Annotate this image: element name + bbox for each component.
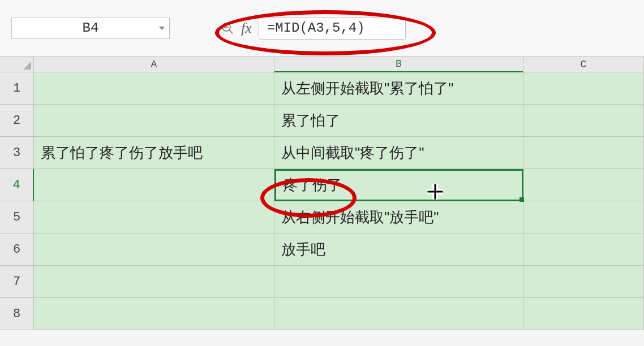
zoom-out-icon[interactable] xyxy=(221,21,234,35)
cell-a7[interactable] xyxy=(34,266,274,298)
cell-b6[interactable]: 放手吧 xyxy=(274,233,523,266)
row-header-7[interactable]: 7 xyxy=(0,266,34,298)
row-2: 2 累了怕了 xyxy=(0,105,644,137)
name-box-value: B4 xyxy=(83,20,99,36)
cell-a3[interactable]: 累了怕了疼了伤了放手吧 xyxy=(34,137,274,169)
select-all-corner[interactable] xyxy=(0,57,34,72)
cell-c4[interactable] xyxy=(523,169,644,201)
formula-bar-area: B4 fx =MID(A3,5,4) xyxy=(0,0,644,57)
row-header-6[interactable]: 6 xyxy=(0,233,34,266)
cell-b1[interactable]: 从左侧开始截取"累了怕了" xyxy=(274,72,523,105)
row-header-8[interactable]: 8 xyxy=(0,298,34,330)
cell-a1[interactable] xyxy=(34,72,274,105)
svg-line-1 xyxy=(229,30,233,33)
formula-value: =MID(A3,5,4) xyxy=(267,20,365,36)
cell-b8[interactable] xyxy=(274,298,523,330)
row-3: 3 累了怕了疼了伤了放手吧 从中间截取"疼了伤了" xyxy=(0,137,644,169)
row-header-1[interactable]: 1 xyxy=(0,72,34,105)
column-header-a[interactable]: A xyxy=(34,57,274,72)
cell-b2[interactable]: 累了怕了 xyxy=(274,105,523,137)
cell-a4[interactable] xyxy=(34,169,274,201)
cell-c3[interactable] xyxy=(523,137,644,169)
cell-a5[interactable] xyxy=(34,201,274,233)
column-header-b[interactable]: B xyxy=(274,57,523,72)
cell-a8[interactable] xyxy=(34,298,274,330)
column-headers-row: A B C xyxy=(0,57,644,72)
spreadsheet-grid: A B C 1 从左侧开始截取"累了怕了" 2 累了怕了 3 累了怕了疼了伤了放… xyxy=(0,57,644,330)
cell-b3[interactable]: 从中间截取"疼了伤了" xyxy=(274,137,523,169)
row-7: 7 xyxy=(0,266,644,298)
name-box[interactable]: B4 xyxy=(11,18,170,39)
row-8: 8 xyxy=(0,298,644,330)
cell-c8[interactable] xyxy=(523,298,644,330)
formula-controls: fx =MID(A3,5,4) xyxy=(221,17,406,40)
row-1: 1 从左侧开始截取"累了怕了" xyxy=(0,72,644,105)
name-box-dropdown-icon[interactable] xyxy=(159,27,165,30)
cell-b5[interactable]: 从右侧开始截取"放手吧" xyxy=(274,201,523,233)
row-header-5[interactable]: 5 xyxy=(0,201,34,233)
cell-c6[interactable] xyxy=(523,233,644,266)
cell-c2[interactable] xyxy=(523,105,644,137)
formula-input[interactable]: =MID(A3,5,4) xyxy=(259,17,406,40)
column-header-c[interactable]: C xyxy=(523,57,644,72)
cell-c7[interactable] xyxy=(523,266,644,298)
cell-a6[interactable] xyxy=(34,233,274,266)
row-5: 5 从右侧开始截取"放手吧" xyxy=(0,201,644,233)
row-header-2[interactable]: 2 xyxy=(0,105,34,137)
cell-b7[interactable] xyxy=(274,266,523,298)
row-4: 4 疼了伤了 xyxy=(0,169,644,201)
fx-label[interactable]: fx xyxy=(241,20,252,37)
cell-c5[interactable] xyxy=(523,201,644,233)
cell-c1[interactable] xyxy=(523,72,644,105)
cell-b4[interactable]: 疼了伤了 xyxy=(274,169,523,201)
row-header-3[interactable]: 3 xyxy=(0,137,34,169)
row-header-4[interactable]: 4 xyxy=(0,169,34,201)
row-6: 6 放手吧 xyxy=(0,233,644,266)
cell-a2[interactable] xyxy=(34,105,274,137)
